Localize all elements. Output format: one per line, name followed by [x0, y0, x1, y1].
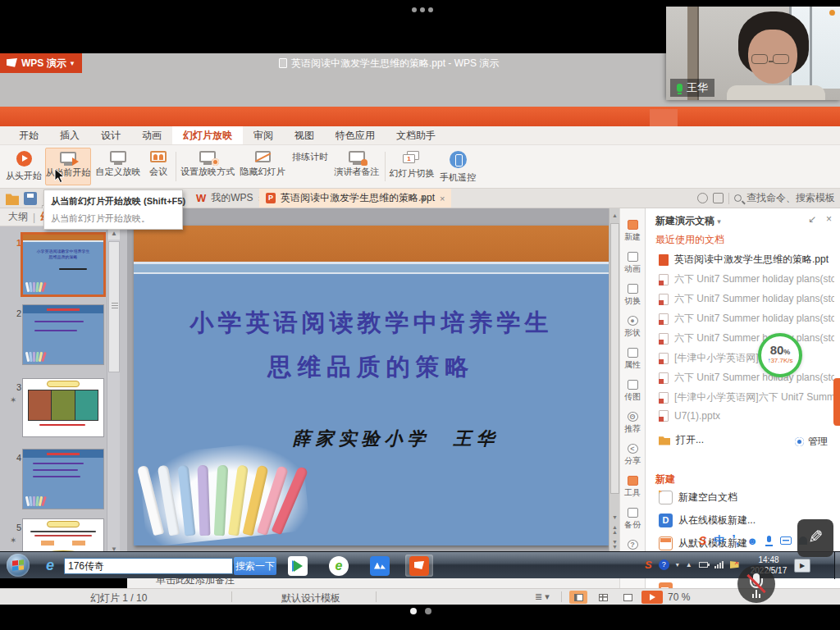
slide-title-line1[interactable]: 小学英语阅读教学中培养学生 [134, 307, 609, 340]
vertical-scrollbar[interactable]: ▲ ▼ ▲▲ ▼▼ [609, 208, 619, 570]
reading-view-button[interactable] [619, 591, 637, 604]
sidebar-item-properties[interactable]: 属性 [624, 348, 641, 371]
recent-file-item[interactable]: 六下 Unit7 Summer holiday plans(sto... [659, 272, 834, 286]
thumbnail-scrollbar[interactable]: ▲ ▼ [107, 226, 120, 570]
taskbar-search-input[interactable] [64, 558, 233, 574]
tab-insert[interactable]: 插入 [49, 126, 90, 144]
network-error-icon[interactable]: ✕ [730, 561, 739, 568]
taskbar-app-video[interactable] [284, 555, 312, 577]
webcam-overlay[interactable]: 王华 [666, 7, 840, 100]
recent-file-item[interactable]: [牛津中小学英语网]演示... [659, 351, 834, 365]
keyboard-icon[interactable] [780, 536, 792, 545]
close-icon[interactable]: × [440, 194, 445, 203]
slide-thumbnail-4[interactable] [23, 450, 103, 509]
tab-animation[interactable]: 动画 [131, 126, 172, 144]
save-icon[interactable] [24, 192, 37, 205]
open-file-icon[interactable] [6, 192, 19, 205]
play-from-current-button[interactable]: 从当前开始 [45, 148, 91, 185]
page-dot[interactable] [425, 608, 431, 614]
phone-remote-button[interactable]: 手机遥控 [437, 148, 478, 185]
sidebar-item-upload-image[interactable]: 传图 [624, 380, 641, 403]
manage-button[interactable]: 管理 [795, 435, 828, 449]
lang-toggle-icon[interactable]: 中 [714, 533, 724, 548]
taskbar-app-browser[interactable]: e [325, 555, 353, 577]
tray-collapse-icon[interactable]: ▲ [686, 561, 692, 568]
presenter-notes-button[interactable]: 演讲者备注 [333, 148, 381, 185]
recent-file-item[interactable]: 六下 Unit7 Summer holiday plans(sto... [659, 371, 834, 385]
sidebar-item-transition[interactable]: 切换 [624, 284, 641, 307]
emoji-icon[interactable]: ☻ [746, 535, 758, 547]
slide-thumbnail-3[interactable] [23, 379, 103, 436]
setup-show-button[interactable]: 设置放映方式 [179, 148, 236, 185]
tab-home[interactable]: 开始 [8, 126, 49, 144]
sidebar-item-shapes[interactable]: ●形状 [624, 316, 641, 339]
tab-slideshow[interactable]: 幻灯片放映 [172, 126, 243, 144]
scrollbar-thumb[interactable] [610, 223, 619, 494]
zoom-level[interactable]: 70 % [668, 591, 690, 603]
tab-outline[interactable]: 大纲 [8, 210, 28, 224]
tab-view[interactable]: 视图 [284, 126, 325, 144]
chalk-image[interactable] [142, 437, 314, 544]
slide-sorter-view-button[interactable] [594, 591, 612, 604]
battery-icon[interactable] [699, 562, 708, 568]
normal-view-button[interactable] [569, 591, 587, 604]
docer-side-tab[interactable] [833, 378, 840, 426]
new-tab-button[interactable]: + [420, 191, 427, 205]
tab-review[interactable]: 审阅 [243, 126, 284, 144]
screen-annotate-button[interactable]: ✎ [797, 519, 833, 557]
sidebar-item-new[interactable]: 新建 [624, 220, 641, 243]
template-name[interactable]: 默认设计模板 [281, 591, 340, 605]
show-desktop-button[interactable] [834, 552, 840, 579]
slide-thumbnail-1[interactable]: 小学英语阅读教学中培养学生 思维品质的策略 [23, 235, 103, 294]
ie-icon[interactable]: e [46, 557, 54, 574]
tray-expand-icon[interactable]: ▾ [676, 561, 679, 568]
sidebar-item-animation[interactable]: 动画 [624, 252, 641, 275]
page-dot-active[interactable] [410, 608, 417, 614]
slide-transition-button[interactable]: 1 幻灯片切换 [388, 148, 436, 185]
recent-file-item[interactable]: 六下 Unit7 Summer holiday plans(sto... [659, 292, 834, 306]
command-search[interactable]: 查找命令、搜索模板 [697, 191, 835, 205]
taskbar-app-meeting[interactable] [366, 555, 394, 577]
slide-thumbnail-2[interactable] [23, 305, 103, 364]
sidebar-item-backup[interactable]: 备份 [624, 508, 641, 531]
tab-design[interactable]: 设计 [90, 126, 131, 144]
hide-slide-button[interactable]: 隐藏幻灯片 [238, 148, 287, 185]
recent-file-item[interactable]: [牛津中小学英语网]六下 Unit7 Summer... [659, 390, 834, 404]
recent-file-item[interactable]: 六下 Unit7 Summer holiday plans(sto... [659, 331, 834, 345]
signal-icon[interactable] [714, 561, 724, 568]
slide-title-line2[interactable]: 思维品质的策略 [134, 351, 609, 384]
language-bar-button[interactable]: ▶ [794, 559, 810, 573]
sidebar-item-share[interactable]: <分享 [624, 444, 641, 467]
start-button[interactable] [7, 554, 30, 577]
scroll-up-icon[interactable]: ▲ [108, 228, 120, 240]
help-tray-icon[interactable]: ? [659, 559, 669, 570]
play-from-start-button[interactable]: 从头开始 [3, 148, 44, 185]
sidebar-item-tools[interactable]: 工具 [624, 476, 641, 499]
punctuation-icon[interactable]: ’, [732, 533, 739, 548]
undock-panel-icon[interactable]: ↙ [808, 213, 816, 225]
page-indicator[interactable] [410, 608, 431, 614]
slideshow-play-button[interactable] [641, 591, 663, 604]
custom-show-button[interactable]: 自定义放映 [93, 148, 144, 185]
tab-doc-assistant[interactable]: 文档助手 [386, 126, 446, 144]
voice-input-icon[interactable] [765, 536, 773, 546]
meeting-button[interactable]: 会议 [144, 148, 172, 185]
sogou-logo-icon[interactable]: S [699, 534, 706, 547]
scrollbar-thumb[interactable] [108, 241, 120, 372]
sidebar-item-recommend[interactable]: ʘ推荐 [624, 412, 641, 435]
slide-canvas[interactable]: 小学英语阅读教学中培养学生 思维品质的策略 薛家实验小学 王华 [134, 226, 609, 546]
view-options-icon[interactable]: ≣ ▾ [535, 591, 550, 602]
mic-muted-button[interactable] [737, 565, 775, 603]
sogou-tray-icon[interactable]: S [645, 559, 652, 571]
recent-file-item[interactable]: 英语阅读中激发学生思维的策略.ppt [659, 253, 834, 267]
recent-file-item[interactable]: 六下 Unit7 Summer holiday plans(sto... [659, 312, 834, 326]
new-blank-doc-button[interactable]: 新建空白文档 [659, 491, 834, 504]
rehearse-timing-button[interactable]: 排练计时 [289, 148, 331, 185]
tab-special-features[interactable]: 特色应用 [325, 126, 386, 144]
meeting-grab-handle-icon[interactable] [412, 7, 433, 12]
doc-tab-my-wps[interactable]: W 我的WPS × [189, 189, 270, 208]
recent-file-item[interactable]: U7(1).pptx [659, 410, 834, 422]
task-panel-title[interactable]: 新建演示文稿 ▾ [655, 214, 721, 228]
taskbar-search-button[interactable]: 搜索一下 [234, 557, 276, 575]
close-panel-icon[interactable]: × [826, 213, 832, 225]
